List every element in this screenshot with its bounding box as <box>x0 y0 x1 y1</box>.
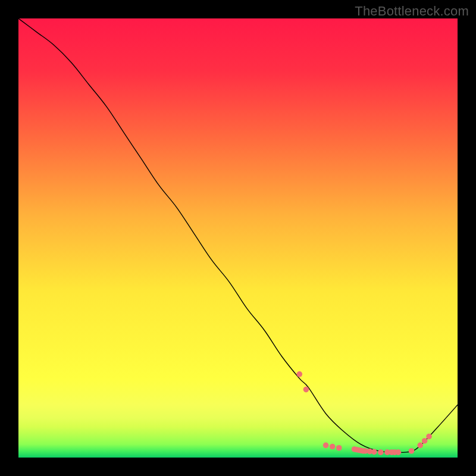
highlight-point <box>378 449 384 455</box>
highlight-point <box>409 448 415 454</box>
chart-svg <box>18 18 458 458</box>
gradient-background <box>18 18 458 458</box>
chart-frame: TheBottleneck.com <box>0 0 476 476</box>
highlight-point <box>422 438 428 444</box>
highlight-point <box>426 434 432 440</box>
highlight-point <box>396 449 402 455</box>
highlight-point <box>336 445 342 451</box>
highlight-point <box>330 444 336 450</box>
highlight-point <box>323 443 329 449</box>
highlight-point <box>371 449 377 455</box>
highlight-point <box>417 443 423 449</box>
highlight-point <box>297 371 303 377</box>
highlight-point <box>303 387 309 393</box>
watermark-text: TheBottleneck.com <box>355 4 469 19</box>
plot-area <box>18 18 458 458</box>
